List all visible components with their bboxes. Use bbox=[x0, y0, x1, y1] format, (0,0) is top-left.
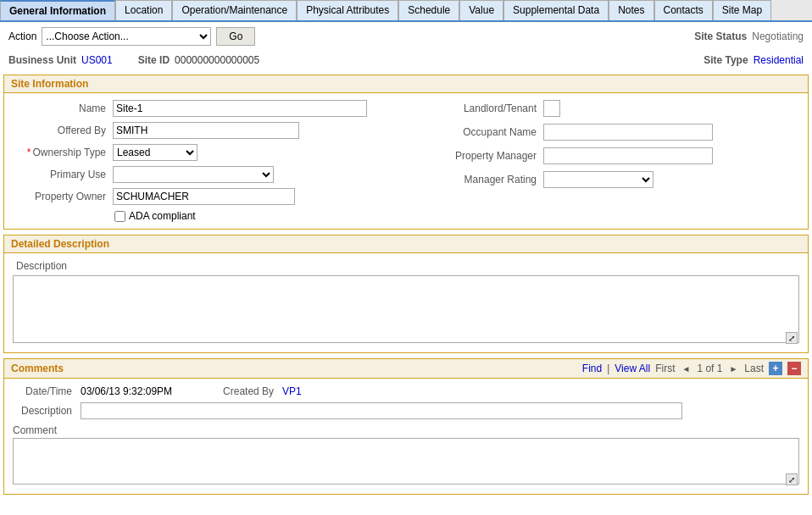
next-page-button[interactable]: ► bbox=[727, 364, 739, 374]
offered-by-label: Offered By bbox=[13, 125, 106, 136]
description-label: Description bbox=[13, 260, 799, 272]
property-owner-label: Property Owner bbox=[13, 191, 106, 202]
first-label: First bbox=[655, 363, 675, 374]
ada-compliant-checkbox[interactable] bbox=[114, 211, 125, 222]
find-link[interactable]: Find bbox=[582, 363, 602, 374]
tab-supplemental-data[interactable]: Supplemental Data bbox=[503, 0, 609, 20]
manager-rating-select[interactable] bbox=[543, 171, 653, 188]
comments-header: Comments Find | View All First ◄ 1 of 1 … bbox=[4, 359, 808, 379]
datetime-label: Date/Time bbox=[13, 385, 72, 397]
pagination-text: 1 of 1 bbox=[697, 363, 722, 374]
comment-textarea[interactable] bbox=[13, 438, 799, 485]
expand-description-icon[interactable]: ⤢ bbox=[786, 332, 798, 344]
description-wrapper: ⤢ bbox=[13, 275, 799, 346]
tab-location[interactable]: Location bbox=[115, 0, 172, 20]
go-button[interactable]: Go bbox=[216, 27, 255, 46]
meta-info-row: Business Unit US001 Site ID 000000000000… bbox=[0, 51, 812, 69]
comment-description-input[interactable] bbox=[81, 402, 682, 419]
tab-site-map[interactable]: Site Map bbox=[713, 0, 771, 20]
landlord-tenant-input[interactable] bbox=[543, 100, 560, 117]
site-information-header: Site Information bbox=[4, 75, 808, 93]
site-information-section: Site Information Name Offered By Ownersh… bbox=[3, 75, 809, 230]
comment-meta-row: Date/Time 03/06/13 9:32:09PM Created By … bbox=[13, 385, 799, 397]
offered-by-input[interactable] bbox=[113, 122, 299, 139]
site-status-label: Site Status bbox=[694, 30, 747, 42]
tab-notes[interactable]: Notes bbox=[609, 0, 653, 20]
name-label: Name bbox=[13, 102, 106, 114]
datetime-value: 03/06/13 9:32:09PM bbox=[81, 385, 172, 397]
expand-comment-icon[interactable]: ⤢ bbox=[786, 473, 798, 485]
name-input[interactable] bbox=[113, 100, 367, 117]
comment-description-label: Description bbox=[13, 405, 72, 417]
tab-physical-attributes[interactable]: Physical Attributes bbox=[297, 0, 398, 20]
site-status-value: Negotiating bbox=[752, 30, 804, 42]
prev-page-button[interactable]: ◄ bbox=[680, 364, 692, 374]
ada-label: ADA compliant bbox=[129, 210, 196, 222]
comment-textarea-wrapper: ⤢ bbox=[13, 438, 799, 487]
tab-contacts[interactable]: Contacts bbox=[654, 0, 713, 20]
action-row: Action ...Choose Action... Go Site Statu… bbox=[0, 22, 812, 51]
business-unit-value[interactable]: US001 bbox=[81, 54, 113, 66]
site-type-label: Site Type bbox=[704, 54, 748, 66]
manager-rating-label: Manager Rating bbox=[435, 174, 537, 186]
comment-section-label: Comment bbox=[13, 424, 799, 436]
tab-schedule[interactable]: Schedule bbox=[398, 0, 459, 20]
description-textarea[interactable] bbox=[13, 275, 799, 343]
tab-bar: General Information Location Operation/M… bbox=[0, 0, 812, 22]
site-id-label: Site ID bbox=[138, 54, 170, 66]
view-all-link[interactable]: View All bbox=[615, 363, 650, 374]
landlord-tenant-label: Landlord/Tenant bbox=[435, 102, 537, 114]
property-owner-input[interactable] bbox=[113, 188, 295, 205]
tab-operation-maintenance[interactable]: Operation/Maintenance bbox=[172, 0, 297, 20]
comments-title: Comments bbox=[11, 363, 64, 374]
primary-use-label: Primary Use bbox=[13, 169, 106, 180]
property-manager-label: Property Manager bbox=[435, 150, 537, 162]
detailed-description-header: Detailed Description bbox=[4, 235, 808, 253]
occupant-name-label: Occupant Name bbox=[435, 126, 537, 138]
comment-label: Comment bbox=[13, 424, 57, 436]
action-select[interactable]: ...Choose Action... bbox=[42, 27, 211, 46]
comments-section: Comments Find | View All First ◄ 1 of 1 … bbox=[3, 358, 809, 495]
ownership-type-label: Ownership Type bbox=[13, 147, 106, 158]
occupant-name-input[interactable] bbox=[543, 124, 713, 141]
tab-general-information[interactable]: General Information bbox=[0, 0, 115, 20]
comments-body: Date/Time 03/06/13 9:32:09PM Created By … bbox=[4, 379, 808, 494]
last-label: Last bbox=[744, 363, 764, 374]
action-label: Action bbox=[8, 30, 36, 42]
site-id-value: 000000000000005 bbox=[175, 54, 259, 66]
property-manager-input[interactable] bbox=[543, 147, 713, 164]
business-unit-label: Business Unit bbox=[8, 54, 76, 66]
ownership-type-select[interactable]: Leased bbox=[113, 144, 197, 161]
comments-navigation: Find | View All First ◄ 1 of 1 ► Last + … bbox=[582, 362, 801, 375]
detailed-description-section: Detailed Description Description ⤢ bbox=[3, 235, 809, 353]
site-type-value: Residential bbox=[754, 54, 804, 66]
primary-use-select[interactable] bbox=[113, 166, 274, 183]
comment-description-row: Description bbox=[13, 402, 799, 419]
created-by-label: Created By bbox=[214, 385, 274, 397]
created-by-value: VP1 bbox=[282, 385, 302, 397]
delete-comment-button[interactable]: − bbox=[787, 362, 801, 375]
tab-value[interactable]: Value bbox=[459, 0, 503, 20]
add-comment-button[interactable]: + bbox=[769, 362, 782, 375]
